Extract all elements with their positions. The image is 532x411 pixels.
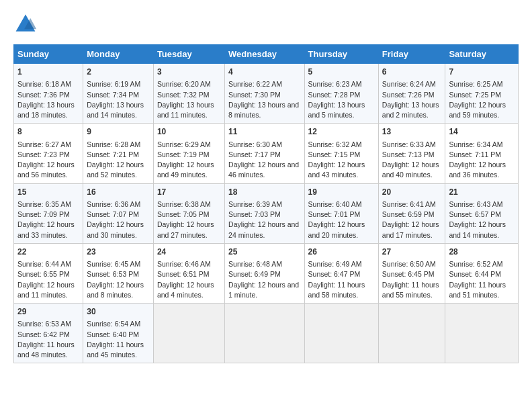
day-info: Daylight: 12 hours and 46 minutes.	[228, 160, 300, 180]
page-container: SundayMondayTuesdayWednesdayThursdayFrid…	[0, 0, 532, 370]
day-number: 25	[228, 246, 300, 258]
day-number: 13	[382, 126, 442, 138]
day-number: 17	[157, 187, 221, 198]
day-info: Sunset: 7:26 PM	[382, 90, 442, 100]
calendar-cell	[304, 304, 378, 363]
day-info: Sunset: 7:11 PM	[449, 150, 515, 160]
day-header-monday: Monday	[83, 45, 154, 64]
calendar-cell	[153, 304, 224, 363]
day-info: Daylight: 12 hours and 49 minutes.	[157, 160, 221, 180]
day-info: Daylight: 12 hours and 24 minutes.	[228, 220, 300, 240]
day-info: Sunrise: 6:45 AM	[87, 259, 150, 269]
day-number: 19	[308, 187, 375, 198]
day-info: Sunset: 7:34 PM	[87, 90, 150, 100]
day-number: 20	[382, 187, 442, 198]
day-info: Daylight: 12 hours and 52 minutes.	[87, 160, 150, 180]
calendar-cell: 20Sunrise: 6:41 AMSunset: 6:59 PMDayligh…	[378, 183, 445, 243]
calendar-cell: 28Sunrise: 6:52 AMSunset: 6:44 PMDayligh…	[445, 243, 519, 303]
calendar-cell: 4Sunrise: 6:22 AMSunset: 7:30 PMDaylight…	[225, 64, 304, 124]
week-row-1: 1Sunrise: 6:18 AMSunset: 7:36 PMDaylight…	[14, 64, 519, 124]
day-number: 11	[228, 126, 300, 138]
day-info: Sunrise: 6:23 AM	[308, 79, 375, 89]
day-info: Sunset: 6:55 PM	[17, 269, 79, 279]
day-info: Sunset: 7:17 PM	[228, 150, 300, 160]
day-number: 21	[449, 187, 515, 198]
day-info: Daylight: 12 hours and 11 minutes.	[17, 280, 79, 300]
day-info: Sunset: 7:30 PM	[228, 90, 300, 100]
day-info: Sunrise: 6:41 AM	[382, 199, 442, 210]
day-info: Sunset: 6:51 PM	[157, 269, 221, 279]
calendar-cell	[378, 304, 445, 363]
day-number: 29	[17, 306, 79, 318]
day-info: Daylight: 11 hours and 55 minutes.	[382, 280, 442, 300]
day-info: Sunset: 7:07 PM	[87, 210, 150, 220]
header-row	[13, 12, 519, 36]
day-info: Sunrise: 6:28 AM	[87, 140, 150, 150]
day-number: 9	[87, 126, 150, 138]
day-info: Sunset: 7:15 PM	[308, 150, 375, 160]
day-info: Sunrise: 6:46 AM	[157, 259, 221, 269]
calendar-cell: 6Sunrise: 6:24 AMSunset: 7:26 PMDaylight…	[378, 64, 445, 124]
day-number: 27	[382, 246, 442, 258]
day-info: Sunrise: 6:50 AM	[382, 259, 442, 269]
day-number: 2	[87, 66, 150, 78]
day-number: 4	[228, 66, 300, 78]
day-info: Daylight: 11 hours and 45 minutes.	[87, 340, 150, 360]
day-info: Sunrise: 6:40 AM	[308, 199, 375, 210]
week-row-4: 22Sunrise: 6:44 AMSunset: 6:55 PMDayligh…	[14, 243, 519, 303]
day-info: Daylight: 12 hours and 33 minutes.	[17, 220, 79, 240]
day-info: Sunset: 7:05 PM	[157, 210, 221, 220]
calendar-cell: 25Sunrise: 6:48 AMSunset: 6:49 PMDayligh…	[225, 243, 304, 303]
day-info: Sunset: 6:44 PM	[449, 269, 515, 279]
day-info: Daylight: 12 hours and 20 minutes.	[308, 220, 375, 240]
day-number: 18	[228, 187, 300, 198]
day-info: Sunset: 6:59 PM	[382, 210, 442, 220]
day-info: Sunrise: 6:30 AM	[228, 140, 300, 150]
day-info: Sunset: 7:19 PM	[157, 150, 221, 160]
day-info: Sunrise: 6:36 AM	[87, 199, 150, 210]
day-info: Daylight: 12 hours and 59 minutes.	[449, 100, 515, 120]
day-info: Daylight: 12 hours and 27 minutes.	[157, 220, 221, 240]
day-number: 14	[449, 126, 515, 138]
calendar-cell: 17Sunrise: 6:38 AMSunset: 7:05 PMDayligh…	[153, 183, 224, 243]
day-info: Sunrise: 6:19 AM	[87, 79, 150, 89]
day-header-tuesday: Tuesday	[153, 45, 224, 64]
day-number: 24	[157, 246, 221, 258]
calendar-cell: 29Sunrise: 6:53 AMSunset: 6:42 PMDayligh…	[14, 304, 83, 363]
calendar-cell: 12Sunrise: 6:32 AMSunset: 7:15 PMDayligh…	[304, 124, 378, 183]
day-info: Sunset: 7:25 PM	[449, 90, 515, 100]
calendar-cell: 19Sunrise: 6:40 AMSunset: 7:01 PMDayligh…	[304, 183, 378, 243]
calendar-cell: 10Sunrise: 6:29 AMSunset: 7:19 PMDayligh…	[153, 124, 224, 183]
day-info: Daylight: 11 hours and 58 minutes.	[308, 280, 375, 300]
day-info: Sunset: 7:28 PM	[308, 90, 375, 100]
day-number: 23	[87, 246, 150, 258]
day-info: Daylight: 12 hours and 43 minutes.	[308, 160, 375, 180]
day-number: 10	[157, 126, 221, 138]
day-info: Daylight: 12 hours and 30 minutes.	[87, 220, 150, 240]
day-info: Daylight: 13 hours and 14 minutes.	[87, 100, 150, 120]
calendar-cell: 30Sunrise: 6:54 AMSunset: 6:40 PMDayligh…	[83, 304, 154, 363]
day-header-friday: Friday	[378, 45, 445, 64]
day-info: Daylight: 13 hours and 18 minutes.	[17, 100, 79, 120]
calendar-cell: 21Sunrise: 6:43 AMSunset: 6:57 PMDayligh…	[445, 183, 519, 243]
day-number: 7	[449, 66, 515, 78]
day-info: Daylight: 12 hours and 14 minutes.	[449, 220, 515, 240]
day-info: Sunrise: 6:43 AM	[449, 199, 515, 210]
calendar-cell: 26Sunrise: 6:49 AMSunset: 6:47 PMDayligh…	[304, 243, 378, 303]
day-info: Sunrise: 6:29 AM	[157, 140, 221, 150]
day-info: Sunset: 7:09 PM	[17, 210, 79, 220]
day-info: Sunrise: 6:20 AM	[157, 79, 221, 89]
day-info: Sunrise: 6:34 AM	[449, 140, 515, 150]
day-number: 3	[157, 66, 221, 78]
day-info: Sunrise: 6:44 AM	[17, 259, 79, 269]
day-info: Daylight: 12 hours and 36 minutes.	[449, 160, 515, 180]
day-info: Daylight: 12 hours and 56 minutes.	[17, 160, 79, 180]
calendar-cell: 2Sunrise: 6:19 AMSunset: 7:34 PMDaylight…	[83, 64, 154, 124]
day-info: Sunset: 7:03 PM	[228, 210, 300, 220]
logo	[13, 12, 42, 36]
day-number: 16	[87, 187, 150, 198]
day-info: Sunrise: 6:22 AM	[228, 79, 300, 89]
day-info: Sunrise: 6:18 AM	[17, 79, 79, 89]
calendar-header-row: SundayMondayTuesdayWednesdayThursdayFrid…	[14, 45, 519, 64]
day-info: Sunset: 7:36 PM	[17, 90, 79, 100]
